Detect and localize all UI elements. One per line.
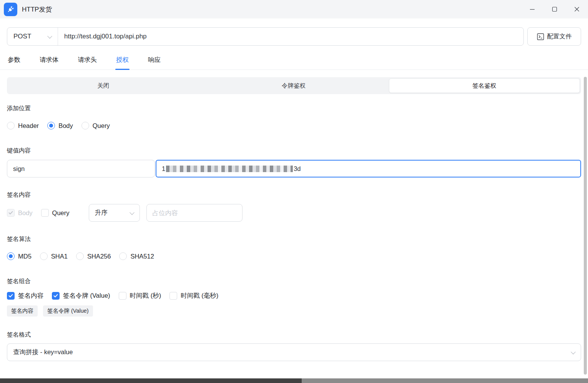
- method-value: POST: [13, 33, 31, 40]
- checkbox-body-label: Body: [18, 209, 33, 217]
- sign-combo-options: 签名内容 签名令牌 (Value) 时间戳 (秒) 时间戳 (毫秒): [7, 292, 581, 300]
- tag-sign-content: 签名内容: [7, 305, 38, 317]
- checkbox-query[interactable]: Query: [41, 209, 70, 217]
- chevron-down-icon: [571, 349, 576, 354]
- sign-combo-tags: 签名内容 签名令牌 (Value): [7, 305, 581, 317]
- sign-value-suffix: 3d: [294, 165, 301, 172]
- radio-circle: [7, 122, 15, 129]
- config-file-button[interactable]: 配置文件: [527, 27, 581, 46]
- vertical-scrollbar-thumb[interactable]: [584, 77, 587, 375]
- horizontal-scrollbar-thumb[interactable]: [0, 378, 302, 383]
- checkbox-box-unchecked: [169, 292, 177, 300]
- add-position-options: Header Body Query: [7, 122, 581, 129]
- sign-format-label: 签名格式: [7, 330, 581, 339]
- window-title: HTTP发货: [22, 5, 52, 14]
- auth-mode-off[interactable]: 关闭: [8, 78, 198, 93]
- radio-sha512-label: SHA512: [130, 253, 154, 260]
- radio-query-label: Query: [93, 122, 110, 129]
- checkbox-box-disabled-checked: [7, 209, 15, 217]
- radio-circle: [119, 252, 127, 260]
- checkbox-timestamp-seconds[interactable]: 时间戳 (秒): [119, 292, 161, 300]
- minimize-button[interactable]: [521, 0, 543, 18]
- tab-params[interactable]: 参数: [7, 51, 21, 70]
- titlebar: HTTP发货: [0, 0, 588, 18]
- minimize-icon: [530, 7, 535, 12]
- radio-header-label: Header: [18, 122, 39, 129]
- checkbox-sign-token-label: 签名令牌 (Value): [63, 292, 110, 300]
- tag-sign-token: 签名令牌 (Value): [43, 305, 93, 317]
- radio-sha256[interactable]: SHA256: [76, 252, 111, 260]
- tab-response[interactable]: 响应: [147, 51, 161, 70]
- tab-request-body[interactable]: 请求体: [39, 51, 60, 70]
- close-icon: [574, 7, 580, 12]
- sign-algorithm-label: 签名算法: [7, 235, 581, 243]
- radio-circle: [81, 122, 89, 129]
- sign-content-row: Body Query 升序: [7, 204, 581, 222]
- sort-order-select[interactable]: 升序: [89, 204, 140, 222]
- sign-combo-label: 签名组合: [7, 277, 581, 285]
- sign-content-label: 签名内容: [7, 191, 581, 199]
- url-combo: POST: [7, 27, 524, 46]
- checkbox-box-unchecked: [119, 292, 126, 300]
- key-value-row: 1 3d: [7, 160, 581, 177]
- auth-settings-panel: 添加位置 Header Body Query 键值内容 1 3d 签名内容: [0, 104, 588, 361]
- radio-query[interactable]: Query: [81, 122, 110, 129]
- radio-sha1-label: SHA1: [51, 253, 68, 260]
- request-bar: POST 配置文件: [7, 27, 581, 46]
- sign-format-select[interactable]: 查询拼接 - key=value: [7, 343, 581, 361]
- window-controls: [521, 0, 588, 18]
- sign-value-prefix: 1: [162, 165, 165, 172]
- auth-mode-signature[interactable]: 签名鉴权: [389, 78, 580, 93]
- maximize-icon: [552, 7, 557, 12]
- radio-body-label: Body: [58, 122, 73, 129]
- redacted-value-mosaic: [166, 166, 293, 172]
- radio-md5-label: MD5: [18, 253, 32, 260]
- radio-body[interactable]: Body: [47, 122, 73, 129]
- radio-circle: [40, 252, 48, 260]
- config-file-label: 配置文件: [547, 33, 572, 41]
- checkbox-timestamp-seconds-label: 时间戳 (秒): [130, 292, 161, 300]
- checkbox-body-disabled: Body: [7, 209, 33, 217]
- checkbox-box-unchecked: [41, 209, 49, 217]
- checkbox-timestamp-milliseconds-label: 时间戳 (毫秒): [181, 292, 218, 300]
- sign-value-input[interactable]: 1 3d: [156, 160, 581, 177]
- radio-md5[interactable]: MD5: [7, 252, 32, 260]
- checkbox-box-checked: [7, 292, 15, 300]
- radio-header[interactable]: Header: [7, 122, 39, 129]
- radio-sha1[interactable]: SHA1: [40, 252, 68, 260]
- radio-circle-checked: [7, 252, 15, 260]
- auth-mode-token[interactable]: 令牌鉴权: [198, 78, 389, 93]
- checkbox-timestamp-milliseconds[interactable]: 时间戳 (毫秒): [169, 292, 218, 300]
- radio-sha512[interactable]: SHA512: [119, 252, 154, 260]
- placeholder-content-input[interactable]: [146, 204, 243, 222]
- sign-format-value: 查询拼接 - key=value: [13, 348, 73, 356]
- tab-authorization[interactable]: 授权: [115, 51, 130, 70]
- maximize-button[interactable]: [543, 0, 566, 18]
- radio-sha256-label: SHA256: [87, 253, 111, 260]
- close-button[interactable]: [566, 0, 588, 18]
- sign-algorithm-options: MD5 SHA1 SHA256 SHA512: [7, 252, 581, 260]
- app-plug-icon: [4, 3, 17, 16]
- radio-circle: [76, 252, 84, 260]
- tab-request-headers[interactable]: 请求头: [77, 51, 98, 70]
- url-input[interactable]: [58, 28, 523, 45]
- checkbox-box-checked: [52, 292, 60, 300]
- radio-circle-checked: [47, 122, 55, 129]
- checkbox-sign-token[interactable]: 签名令牌 (Value): [52, 292, 110, 300]
- sign-key-input[interactable]: [7, 160, 155, 177]
- horizontal-scrollbar[interactable]: [0, 378, 588, 383]
- checkbox-sign-content[interactable]: 签名内容: [7, 292, 43, 300]
- add-position-label: 添加位置: [7, 104, 581, 113]
- terminal-icon: [537, 33, 544, 40]
- checkbox-query-label: Query: [52, 209, 70, 217]
- sort-order-value: 升序: [95, 209, 108, 217]
- checkbox-sign-content-label: 签名内容: [18, 292, 43, 300]
- key-value-label: 键值内容: [7, 146, 581, 155]
- auth-mode-segmented-control: 关闭 令牌鉴权 签名鉴权: [7, 77, 581, 94]
- tab-bar: 参数 请求体 请求头 授权 响应: [0, 51, 588, 70]
- chevron-down-icon: [130, 210, 135, 215]
- chevron-down-icon: [47, 33, 52, 38]
- method-select[interactable]: POST: [7, 28, 58, 45]
